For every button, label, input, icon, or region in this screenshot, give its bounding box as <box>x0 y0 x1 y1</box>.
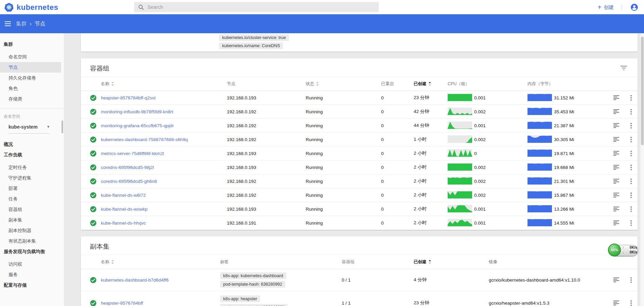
pod-name-link[interactable]: monitoring-influxdb-9b78f5fd9-kn8rt <box>101 109 173 114</box>
pod-menu-button[interactable] <box>624 123 638 129</box>
sidebar-group-config-storage: 配置与存储 <box>0 280 64 290</box>
replicaset-table-row[interactable]: kubernetes-dashboard-b7d6d4ff6 k8s-app: … <box>81 269 638 291</box>
filter-icon[interactable] <box>621 65 627 72</box>
pod-name-link[interactable]: kube-flannel-ds-hhqvc <box>101 221 146 226</box>
pod-logs-button[interactable] <box>608 109 624 114</box>
search-bar[interactable] <box>134 2 379 12</box>
pod-logs-button[interactable] <box>608 137 624 142</box>
memory-value: 14.555 Mi <box>554 221 574 226</box>
column-header-restarts[interactable]: 已重启 <box>381 81 414 87</box>
sidebar-item-pods[interactable]: 容器组 <box>0 204 64 215</box>
column-header-created[interactable]: 已创建 <box>414 81 448 87</box>
pod-table-row[interactable]: monitoring-grafana-65ccfb675-qpjdr 192.1… <box>81 119 638 133</box>
pod-restarts: 0 <box>381 151 414 156</box>
sidebar-item-services[interactable]: 服务 <box>0 269 64 280</box>
pod-restarts: 0 <box>381 137 414 142</box>
sidebar-item-namespaces[interactable]: 命名空间 <box>0 52 64 62</box>
replicaset-logs-button[interactable] <box>608 278 624 282</box>
column-header-images[interactable]: 镜像 <box>489 259 608 265</box>
pod-menu-button[interactable] <box>624 95 638 101</box>
sidebar-item-nodes[interactable]: 节点 <box>0 62 61 73</box>
pod-table-row[interactable]: monitoring-influxdb-9b78f5fd9-kn8rt 192.… <box>81 105 638 119</box>
column-header-name[interactable]: 名称 <box>101 259 220 265</box>
column-header-memory[interactable]: 内存（字节） <box>527 81 608 87</box>
sidebar-scrollbar[interactable] <box>61 120 63 133</box>
replicaset-menu-button[interactable] <box>624 300 638 306</box>
user-avatar-icon[interactable] <box>630 3 639 12</box>
pod-menu-button[interactable] <box>624 206 638 212</box>
pod-name-link[interactable]: kubernetes-dashboard-7588787688-s6h9q <box>101 137 188 142</box>
sidebar-namespace-select[interactable]: kube-system▾ <box>8 120 49 134</box>
sidebar-item-jobs[interactable]: 任务 <box>0 194 64 204</box>
create-button[interactable]: + 创建 <box>597 4 614 11</box>
pod-status: Running <box>306 207 381 212</box>
cpu-value: 0.001 <box>474 207 486 212</box>
network-monitor-overlay[interactable]: 60% ↑ 0K/s ↓ 0K/s <box>608 243 639 258</box>
sidebar-item-cron-jobs[interactable]: 定时任务 <box>0 162 64 173</box>
pod-name-link[interactable]: metrics-server-75d6ff86f-kkm2l <box>101 151 164 156</box>
scrollbar-thumb[interactable] <box>641 37 644 145</box>
sidebar-item-persistent-volumes[interactable]: 持久化存储卷 <box>0 73 64 83</box>
pod-status-ok-icon <box>90 109 101 115</box>
pod-name-link[interactable]: coredns-695f96dcd5-98j2l <box>101 165 154 170</box>
menu-icon[interactable] <box>5 21 11 26</box>
pod-menu-button[interactable] <box>624 137 638 142</box>
pod-name-link[interactable]: heapster-8576784bff-q2sst <box>101 95 156 100</box>
pod-name-link[interactable]: kube-flannel-ds-wswkp <box>101 207 147 212</box>
pod-logs-button[interactable] <box>608 95 624 100</box>
column-header-name[interactable]: 名称 <box>101 81 227 87</box>
pod-table-row[interactable]: kubernetes-dashboard-7588787688-s6h9q 19… <box>81 133 638 147</box>
pod-logs-button[interactable] <box>608 179 624 184</box>
pod-table-row[interactable]: coredns-695f96dcd5-98j2l 192.168.0.193 R… <box>81 160 638 174</box>
pod-name-link[interactable]: kube-flannel-ds-w6l72 <box>101 193 146 198</box>
pod-logs-button[interactable] <box>608 165 624 170</box>
pod-menu-button[interactable] <box>624 109 638 115</box>
pod-table-row[interactable]: kube-flannel-ds-wswkp 192.168.0.193 Runn… <box>81 202 638 216</box>
pod-logs-button[interactable] <box>608 221 624 225</box>
pod-logs-button[interactable] <box>608 193 624 197</box>
sidebar-item-overview[interactable]: 概况 <box>0 139 64 150</box>
sidebar-item-access[interactable]: 访问权 <box>0 259 64 269</box>
pod-menu-button[interactable] <box>624 178 638 184</box>
sidebar-item-stateful-sets[interactable]: 有状态副本集 <box>0 236 64 246</box>
cpu-sparkline-chart <box>448 149 472 158</box>
replicaset-name-link[interactable]: kubernetes-dashboard-b7d6d4ff6 <box>101 278 168 283</box>
sidebar-item-replica-sets[interactable]: 副本集 <box>0 215 64 225</box>
column-header-status[interactable]: 状态 <box>306 81 381 87</box>
replicaset-name-link[interactable]: heapster-8576784bff <box>101 301 143 306</box>
pod-table-row[interactable]: kube-flannel-ds-w6l72 192.168.0.192 Runn… <box>81 188 638 202</box>
pod-menu-button[interactable] <box>624 165 638 170</box>
column-header-labels[interactable]: 标签 <box>220 259 342 265</box>
column-header-cpu[interactable]: CPU（核） <box>448 81 527 87</box>
pod-name-link[interactable]: monitoring-grafana-65ccfb675-qpjdr <box>101 123 174 128</box>
pod-table-row[interactable]: kube-flannel-ds-hhqvc 192.168.0.191 Runn… <box>81 216 638 230</box>
breadcrumb-parent[interactable]: 集群 <box>16 20 26 27</box>
cpu-value: 0.001 <box>474 95 486 100</box>
page-scrollbar[interactable] <box>640 33 644 306</box>
replicaset-logs-button[interactable] <box>608 301 624 305</box>
pod-table-row[interactable]: heapster-8576784bff-q2sst 192.168.0.193 … <box>81 91 638 105</box>
brand[interactable]: kubernetes <box>4 3 58 12</box>
pod-node: 192.168.0.193 <box>227 165 306 170</box>
pod-menu-button[interactable] <box>624 220 638 226</box>
pod-name-link[interactable]: coredns-695f96dcd5-gh6n8 <box>101 179 157 184</box>
search-input[interactable] <box>147 4 351 10</box>
pod-status: Running <box>306 221 381 226</box>
pod-logs-button[interactable] <box>608 151 624 156</box>
sidebar-item-roles[interactable]: 角色 <box>0 83 64 94</box>
column-header-node[interactable]: 节点 <box>227 81 306 87</box>
sidebar-item-storage-classes[interactable]: 存储类 <box>0 94 64 104</box>
column-header-pods[interactable]: 容器组 <box>342 259 414 265</box>
replicaset-table-row[interactable]: heapster-8576784bff k8s-app: heapsterpod… <box>81 291 638 306</box>
sidebar-item-daemon-sets[interactable]: 守护进程集 <box>0 173 64 183</box>
pod-logs-button[interactable] <box>608 207 624 211</box>
pod-table-row[interactable]: coredns-695f96dcd5-gh6n8 192.168.0.192 R… <box>81 174 638 188</box>
sidebar-item-replication-controllers[interactable]: 副本控制器 <box>0 225 64 236</box>
pod-menu-button[interactable] <box>624 192 638 198</box>
pod-logs-button[interactable] <box>608 123 624 128</box>
pod-menu-button[interactable] <box>624 151 638 156</box>
replicaset-menu-button[interactable] <box>624 277 638 283</box>
column-header-created[interactable]: 已创建 <box>414 259 489 265</box>
pod-table-row[interactable]: metrics-server-75d6ff86f-kkm2l 192.168.0… <box>81 147 638 160</box>
sidebar-item-deployments[interactable]: 部署 <box>0 183 64 194</box>
